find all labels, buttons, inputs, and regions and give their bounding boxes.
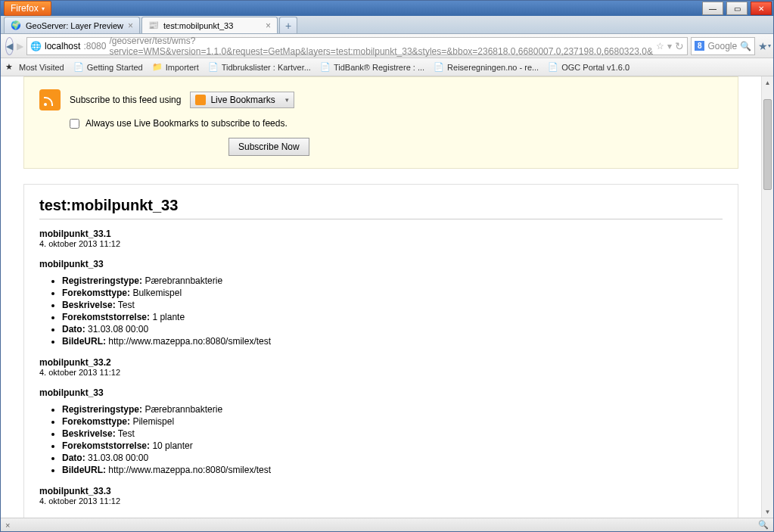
tab-close-icon[interactable]: × — [266, 20, 271, 31]
status-close-icon[interactable]: × — [5, 521, 10, 530]
feed-reader-select[interactable]: Live Bookmarks — [190, 92, 294, 108]
url-host: localhost — [45, 41, 80, 51]
prop-key: Forekomststorrelse: — [62, 440, 150, 451]
feed-property: Forekomststorrelse: 1 plante — [62, 312, 723, 322]
prop-key: Beskrivelse: — [62, 428, 116, 439]
forward-button[interactable]: ▶ — [17, 39, 23, 54]
entry-title: mobilpunkt_33.1 — [39, 229, 723, 239]
scrollbar[interactable]: ▲ ▼ — [761, 76, 773, 518]
bookmark-item[interactable]: 📁Importert — [152, 62, 199, 73]
reload-button[interactable]: ↻ — [675, 40, 684, 52]
firefox-menu-button[interactable]: Firefox — [4, 1, 51, 16]
page: Subscribe to this feed using Live Bookma… — [1, 76, 761, 518]
status-zoom-icon[interactable]: 🔍 — [758, 520, 769, 530]
always-use-checkbox[interactable] — [70, 119, 79, 129]
tab-favicon-icon: 📰 — [148, 20, 159, 31]
bookmark-icon: 📁 — [152, 62, 163, 73]
scroll-up-icon[interactable]: ▲ — [762, 76, 773, 89]
prop-key: Registreringstype: — [62, 404, 142, 415]
bookmark-icon: 📄 — [434, 62, 444, 73]
search-engine-icon[interactable]: 8 — [695, 41, 705, 51]
url-path: /geoserver/test/wms?service=WMS&version=… — [109, 36, 652, 57]
back-button[interactable]: ◀ — [5, 37, 14, 55]
bookmark-label: Tidbrukslister : Kartver... — [222, 63, 311, 72]
globe-icon: 🌐 — [30, 41, 42, 51]
entry-title: mobilpunkt_33.2 — [39, 357, 723, 368]
minimize-button[interactable]: — — [702, 2, 723, 15]
prop-key: Dato: — [62, 453, 85, 463]
url-bar[interactable]: 🌐 localhost:8080/geoserver/test/wms?serv… — [26, 37, 688, 55]
feed-property: Forekomsttype: Pilemispel — [62, 416, 723, 427]
prop-value: Pærebrannbakterie — [145, 404, 222, 415]
bookmark-menu-button[interactable]: ★▾ — [758, 39, 771, 54]
search-placeholder: Google — [707, 41, 737, 51]
browser-tab[interactable]: 🌍GeoServer: Layer Preview× — [4, 17, 140, 33]
prop-key: Forekomsttype: — [62, 288, 130, 298]
tab-bar: 🌍GeoServer: Layer Preview×📰test:mobilpun… — [1, 16, 773, 34]
entry-date: 4. oktober 2013 11:12 — [39, 239, 723, 248]
rss-icon — [39, 89, 61, 110]
url-dropdown-icon[interactable]: ▾ — [667, 41, 672, 51]
bookmark-item[interactable]: ★Most Visited — [5, 62, 64, 73]
maximize-button[interactable]: ▭ — [726, 2, 748, 15]
bookmark-item[interactable]: 📄OGC Portal v1.6.0 — [548, 62, 629, 73]
browser-tab[interactable]: 📰test:mobilpunkt_33× — [141, 17, 278, 33]
bookmark-icon: 📄 — [548, 62, 558, 73]
prop-value: Test — [118, 428, 135, 439]
prop-value: http://www.mazeppa.no:8080/smilex/test — [108, 336, 271, 347]
feed-property: BildeURL: http://www.mazeppa.no:8080/smi… — [62, 336, 723, 347]
prop-key: Registreringstype: — [62, 275, 142, 286]
prop-value: 31.03.08 00:00 — [88, 324, 148, 334]
prop-value: Bulkemispel — [132, 288, 182, 298]
bookmark-item[interactable]: 📄Getting Started — [73, 62, 143, 73]
tab-favicon-icon: 🌍 — [11, 20, 21, 31]
subscribe-now-button[interactable]: Subscribe Now — [228, 138, 309, 156]
bookmark-item[interactable]: 📄Reiseregningen.no - re... — [434, 62, 539, 73]
feed-property: Registreringstype: Pærebrannbakterie — [62, 275, 723, 286]
url-port: :8080 — [83, 41, 106, 51]
entry-title: mobilpunkt_33.3 — [39, 486, 723, 496]
scroll-down-icon[interactable]: ▼ — [762, 506, 773, 518]
prop-value: Pærebrannbakterie — [145, 275, 222, 286]
firefox-window: Firefox — ▭ ✕ 🌍GeoServer: Layer Preview×… — [0, 0, 774, 532]
feed-property: Forekomsttype: Bulkemispel — [62, 288, 723, 298]
feed-title: test:mobilpunkt_33 — [39, 197, 723, 219]
prop-value: Pilemispel — [132, 416, 174, 427]
new-tab-button[interactable]: + — [279, 17, 297, 33]
close-button[interactable]: ✕ — [751, 2, 772, 15]
prop-value: 10 planter — [152, 440, 192, 451]
prop-key: Beskrivelse: — [62, 300, 116, 310]
bookmark-star-icon[interactable]: ☆ — [656, 41, 664, 51]
prop-key: BildeURL: — [62, 336, 106, 347]
prop-key: BildeURL: — [62, 465, 106, 475]
feed-entry: mobilpunkt_33.3 4. oktober 2013 11:12 mo… — [39, 486, 723, 518]
feed-property: BildeURL: http://www.mazeppa.no:8080/smi… — [62, 465, 723, 475]
bookmark-label: TidBank® Registrere : ... — [334, 63, 424, 72]
bookmark-item[interactable]: 📄Tidbrukslister : Kartver... — [208, 62, 311, 73]
entry-subtitle: mobilpunkt_33 — [39, 516, 723, 518]
content-area: Subscribe to this feed using Live Bookma… — [1, 76, 773, 518]
entry-subtitle: mobilpunkt_33 — [39, 259, 723, 269]
tab-close-icon[interactable]: × — [128, 20, 133, 31]
prop-value: 31.03.08 00:00 — [88, 453, 148, 463]
prop-value: Test — [118, 300, 135, 310]
search-magnifier-icon[interactable]: 🔍 — [740, 41, 751, 51]
entry-subtitle: mobilpunkt_33 — [39, 387, 723, 398]
bookmark-item[interactable]: 📄TidBank® Registrere : ... — [320, 62, 424, 73]
tab-label: test:mobilpunkt_33 — [163, 21, 233, 30]
bookmark-icon: ★ — [5, 62, 16, 73]
bookmark-label: OGC Portal v1.6.0 — [561, 63, 629, 72]
feed-entry: mobilpunkt_33.1 4. oktober 2013 11:12 mo… — [39, 229, 723, 347]
bookmark-label: Getting Started — [87, 63, 143, 72]
tab-label: GeoServer: Layer Preview — [26, 21, 123, 30]
feed-entry: mobilpunkt_33.2 4. oktober 2013 11:12 mo… — [39, 357, 723, 475]
feed-subscribe-box: Subscribe to this feed using Live Bookma… — [23, 76, 738, 169]
bookmark-icon: 📄 — [208, 62, 219, 73]
bookmark-label: Importert — [166, 63, 199, 72]
search-bar[interactable]: 8 Google 🔍 — [691, 37, 755, 55]
bookmark-label: Most Visited — [19, 63, 64, 72]
feed-reader-label: Live Bookmarks — [210, 95, 275, 105]
scroll-thumb[interactable] — [763, 99, 772, 190]
always-use-label: Always use Live Bookmarks to subscribe t… — [85, 118, 288, 129]
feed-property: Dato: 31.03.08 00:00 — [62, 324, 723, 334]
